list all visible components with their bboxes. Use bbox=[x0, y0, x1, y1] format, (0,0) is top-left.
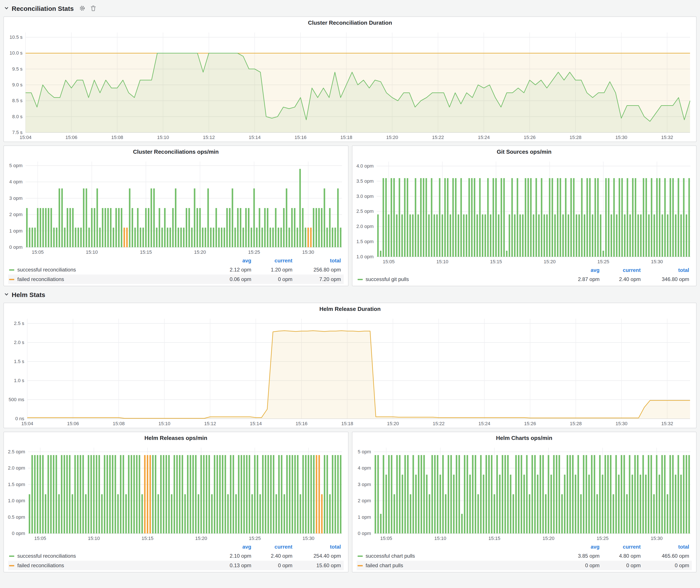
svg-text:15:05: 15:05 bbox=[32, 249, 44, 255]
legend-current-value: 0 opm bbox=[254, 562, 295, 569]
svg-text:2.0 s: 2.0 s bbox=[14, 340, 24, 345]
legend-helm-releases: avg current total successful reconciliat… bbox=[4, 543, 348, 572]
legend-sort-current[interactable]: current bbox=[254, 258, 295, 264]
panel-helm-release-duration: Helm Release Duration 0 ns500 ms1.0 s1.5… bbox=[3, 303, 697, 428]
legend-label-failed-chart-pulls[interactable]: failed chart pulls bbox=[356, 562, 561, 569]
svg-text:15:25: 15:25 bbox=[248, 249, 260, 255]
svg-text:1.0 s: 1.0 s bbox=[14, 378, 24, 383]
svg-text:15:30: 15:30 bbox=[303, 536, 315, 541]
svg-text:15:25: 15:25 bbox=[249, 536, 261, 541]
svg-text:15:20: 15:20 bbox=[386, 135, 398, 140]
cluster-reconciliation-duration-chart[interactable]: 7.5 s8.0 s8.5 s9.0 s9.5 s10.0 s10.5 s15:… bbox=[4, 28, 696, 142]
legend-sort-current[interactable]: current bbox=[602, 544, 643, 550]
legend-sort-avg[interactable]: avg bbox=[213, 544, 254, 550]
series-dash-icon bbox=[9, 565, 14, 566]
legend-sort-current[interactable]: current bbox=[602, 267, 643, 273]
panel-helm-charts-opm: Helm Charts ops/min 0 opm1 opm2 opm3 opm… bbox=[352, 432, 697, 572]
svg-text:7.5 s: 7.5 s bbox=[12, 130, 23, 135]
svg-text:0.5 opm: 0.5 opm bbox=[8, 514, 25, 520]
legend-avg-value: 2.10 opm bbox=[213, 553, 254, 559]
svg-text:15:30: 15:30 bbox=[616, 421, 627, 426]
panel-title-git-sources-opm[interactable]: Git Sources ops/min bbox=[352, 146, 696, 157]
svg-text:15:14: 15:14 bbox=[250, 421, 262, 426]
legend-label-successful-reconciliations[interactable]: successful reconciliations bbox=[8, 553, 213, 559]
gear-icon[interactable] bbox=[79, 5, 85, 11]
row-title[interactable]: Helm Stats bbox=[12, 291, 45, 298]
cluster-reconciliations-chart[interactable]: 0 opm1 opm2 opm3 opm4 opm5 opm15:0515:10… bbox=[4, 157, 348, 256]
legend-sort-avg[interactable]: avg bbox=[561, 267, 602, 273]
svg-text:15:10: 15:10 bbox=[158, 421, 170, 426]
svg-text:15:15: 15:15 bbox=[140, 249, 152, 255]
svg-text:9.5 s: 9.5 s bbox=[12, 66, 23, 72]
panel-title-cluster-reconciliation-duration[interactable]: Cluster Reconciliation Duration bbox=[4, 17, 696, 28]
panel-title-helm-releases-opm[interactable]: Helm Releases ops/min bbox=[4, 432, 348, 443]
svg-text:15:12: 15:12 bbox=[204, 421, 216, 426]
legend-row-successful-git-pulls: successful git pulls 2.87 opm 2.40 opm 3… bbox=[356, 275, 692, 284]
helm-releases-chart-svg[interactable]: 0 opm0.5 opm1.0 opm1.5 opm2.0 opm2.5 opm… bbox=[4, 443, 348, 543]
svg-text:1.5 opm: 1.5 opm bbox=[356, 239, 374, 244]
svg-text:2.0 opm: 2.0 opm bbox=[356, 224, 374, 229]
series-dash-icon bbox=[9, 555, 14, 557]
svg-text:15:16: 15:16 bbox=[296, 421, 308, 426]
panel-title-helm-release-duration[interactable]: Helm Release Duration bbox=[4, 303, 696, 314]
legend-avg-value: 2.87 opm bbox=[561, 276, 602, 282]
panel-git-sources-opm: Git Sources ops/min 1.0 opm1.5 opm2.0 op… bbox=[352, 145, 697, 286]
svg-text:4.0 opm: 4.0 opm bbox=[356, 163, 374, 169]
git-sources-chart-svg[interactable]: 1.0 opm1.5 opm2.0 opm2.5 opm3.0 opm3.5 o… bbox=[352, 157, 696, 266]
svg-text:15:04: 15:04 bbox=[21, 421, 33, 426]
svg-text:15:28: 15:28 bbox=[570, 421, 582, 426]
row-header-reconciliation-stats[interactable]: Reconciliation Stats bbox=[3, 3, 697, 13]
svg-text:15:05: 15:05 bbox=[34, 536, 46, 541]
legend-total-value: 465.60 opm bbox=[643, 553, 692, 559]
legend-current-value: 2.40 opm bbox=[254, 553, 295, 559]
legend-row-failed-reconciliations: failed reconciliations 0.06 opm 0 opm 7.… bbox=[8, 275, 344, 284]
legend-sort-total[interactable]: total bbox=[295, 258, 344, 264]
legend-total-value: 256.80 opm bbox=[295, 267, 344, 273]
helm-release-duration-chart-svg[interactable]: 0 ns500 ms1.0 s1.5 s2.0 s2.5 s15:0415:06… bbox=[4, 314, 696, 428]
legend-label-failed-reconciliations[interactable]: failed reconciliations bbox=[8, 276, 213, 282]
svg-text:1 opm: 1 opm bbox=[358, 514, 371, 520]
svg-text:500 ms: 500 ms bbox=[9, 397, 24, 402]
trash-icon[interactable] bbox=[91, 5, 96, 11]
legend-label-successful-chart-pulls[interactable]: successful chart pulls bbox=[356, 553, 561, 559]
svg-text:5 opm: 5 opm bbox=[9, 163, 23, 168]
svg-text:15:25: 15:25 bbox=[597, 259, 609, 264]
legend-sort-current[interactable]: current bbox=[254, 544, 295, 550]
svg-text:15:26: 15:26 bbox=[524, 135, 535, 140]
panel-cluster-reconciliations-opm: Cluster Reconciliations ops/min 0 opm1 o… bbox=[3, 145, 348, 286]
svg-text:15:32: 15:32 bbox=[661, 421, 673, 426]
svg-text:15:10: 15:10 bbox=[436, 259, 448, 264]
helm-charts-chart-svg[interactable]: 0 opm1 opm2 opm3 opm4 opm5 opm15:0515:10… bbox=[352, 443, 696, 543]
legend-label-successful-reconciliations[interactable]: successful reconciliations bbox=[8, 267, 213, 273]
chevron-down-icon[interactable] bbox=[4, 4, 9, 12]
legend-row-failed-chart-pulls: failed chart pulls 0 opm 0 opm 0 opm bbox=[356, 561, 692, 570]
legend-label-failed-reconciliations[interactable]: failed reconciliations bbox=[8, 562, 213, 569]
svg-text:15:14: 15:14 bbox=[249, 135, 261, 140]
legend-sort-avg[interactable]: avg bbox=[561, 544, 602, 550]
svg-text:15:15: 15:15 bbox=[488, 536, 500, 541]
row-title[interactable]: Reconciliation Stats bbox=[12, 5, 74, 12]
svg-text:10.0 s: 10.0 s bbox=[10, 50, 23, 56]
helm-releases-chart[interactable]: 0 opm0.5 opm1.0 opm1.5 opm2.0 opm2.5 opm… bbox=[4, 443, 348, 543]
helm-release-duration-chart[interactable]: 0 ns500 ms1.0 s1.5 s2.0 s2.5 s15:0415:06… bbox=[4, 314, 696, 428]
legend-sort-total[interactable]: total bbox=[295, 544, 344, 550]
legend-row-successful-reconciliations: successful reconciliations 2.12 opm 1.20… bbox=[8, 265, 344, 275]
legend-sort-avg[interactable]: avg bbox=[213, 258, 254, 264]
cluster-reconciliation-duration-chart-svg[interactable]: 7.5 s8.0 s8.5 s9.0 s9.5 s10.0 s10.5 s15:… bbox=[4, 28, 696, 142]
svg-text:10.5 s: 10.5 s bbox=[10, 34, 23, 40]
legend-current-value: 0 opm bbox=[602, 562, 643, 569]
helm-charts-chart[interactable]: 0 opm1 opm2 opm3 opm4 opm5 opm15:0515:10… bbox=[352, 443, 696, 543]
svg-text:15:20: 15:20 bbox=[542, 536, 554, 541]
legend-sort-total[interactable]: total bbox=[643, 544, 692, 550]
row-header-helm-stats[interactable]: Helm Stats bbox=[3, 290, 697, 299]
panel-title-helm-charts-opm[interactable]: Helm Charts ops/min bbox=[352, 432, 696, 443]
legend-label-successful-git-pulls[interactable]: successful git pulls bbox=[356, 276, 561, 282]
legend-sort-total[interactable]: total bbox=[643, 267, 692, 273]
panel-helm-releases-opm: Helm Releases ops/min 0 opm0.5 opm1.0 op… bbox=[3, 432, 348, 572]
svg-text:4 opm: 4 opm bbox=[358, 465, 371, 471]
svg-text:3 opm: 3 opm bbox=[9, 195, 23, 201]
panel-title-cluster-reconciliations-opm[interactable]: Cluster Reconciliations ops/min bbox=[4, 146, 348, 157]
git-sources-chart[interactable]: 1.0 opm1.5 opm2.0 opm2.5 opm3.0 opm3.5 o… bbox=[352, 157, 696, 266]
cluster-reconciliations-chart-svg[interactable]: 0 opm1 opm2 opm3 opm4 opm5 opm15:0515:10… bbox=[4, 157, 348, 256]
chevron-down-icon[interactable] bbox=[4, 291, 9, 298]
